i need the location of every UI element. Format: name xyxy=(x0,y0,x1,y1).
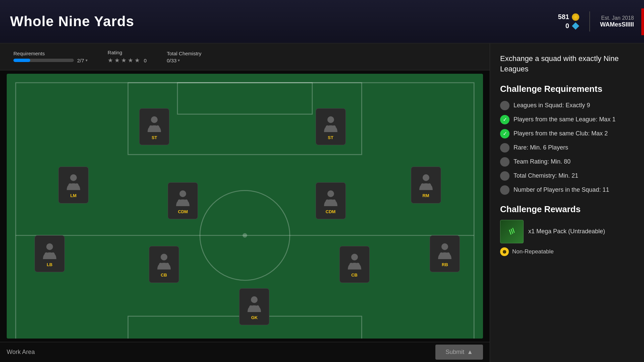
req-item-total-chemistry: Total Chemistry: Min. 21 xyxy=(500,171,634,181)
player-pos-cb1: CB xyxy=(161,273,167,278)
req-text-team-rating: Team Rating: Min. 80 xyxy=(514,158,571,165)
profile-date: Est. Jan 2018 xyxy=(601,15,634,21)
svg-point-12 xyxy=(326,125,329,129)
player-silhouette-cb1 xyxy=(154,251,174,271)
bottom-bar: Work Area Submit ▲ xyxy=(0,342,490,362)
gems-row: 0 xyxy=(566,22,579,30)
req-item-squad-count: Number of Players in the Squad: 11 xyxy=(500,185,634,195)
svg-point-13 xyxy=(332,125,336,129)
challenge-description: Exchange a squad with exactly Nine Leagu… xyxy=(500,54,634,74)
svg-point-34 xyxy=(356,263,360,266)
reward-item-megapack: x1 Mega Pack (Untradeable) xyxy=(500,220,634,243)
player-card-lb[interactable]: LB xyxy=(35,235,65,272)
req-text-same-league: Players from the same League: Max 1 xyxy=(514,116,615,123)
svg-point-9 xyxy=(149,125,153,129)
svg-point-29 xyxy=(161,254,167,260)
chemistry-value[interactable]: 0/33 ▾ xyxy=(167,58,201,63)
player-silhouette-rm xyxy=(416,172,436,192)
right-panel: Exchange a squad with exactly Nine Leagu… xyxy=(490,44,644,362)
player-silhouette-cdm1 xyxy=(173,188,193,208)
svg-point-8 xyxy=(151,116,158,123)
player-card-lm[interactable]: LM xyxy=(58,167,89,203)
player-silhouette-lm xyxy=(63,172,84,192)
req-text-rare: Rare: Min. 6 Players xyxy=(514,144,568,151)
player-card-st1[interactable]: ST xyxy=(139,108,169,145)
player-silhouette-rb xyxy=(435,241,455,261)
svg-point-37 xyxy=(446,252,450,256)
pitch-panel: Requirements 2/7 ▾ Rating ★ ★ ★ xyxy=(0,44,490,362)
player-card-cdm1[interactable]: CDM xyxy=(168,182,198,219)
svg-point-26 xyxy=(46,243,53,250)
non-repeatable-label: Non-Repeatable xyxy=(512,248,554,255)
req-dot-team-rating xyxy=(500,157,509,167)
rating-value: 0 xyxy=(144,58,147,63)
gems-value: 0 xyxy=(566,22,569,30)
svg-point-39 xyxy=(249,305,253,309)
challenge-requirements-title: Challenge Requirements xyxy=(500,84,634,94)
pitch-wrapper: ST ST xyxy=(0,70,490,342)
player-card-cb1[interactable]: CB xyxy=(149,246,179,283)
coins-value: 581 xyxy=(558,13,569,21)
req-item-team-rating: Team Rating: Min. 80 xyxy=(500,157,634,167)
non-repeatable: ⊗ Non-Repeatable xyxy=(500,247,634,256)
main-content: Requirements 2/7 ▾ Rating ★ ★ ★ xyxy=(0,44,644,362)
red-accent xyxy=(641,8,644,35)
player-pos-st1: ST xyxy=(152,135,157,140)
svg-point-20 xyxy=(327,190,334,197)
req-dropdown-arrow[interactable]: ▾ xyxy=(86,58,88,63)
stars-row: ★ ★ ★ ★ ★ 0 xyxy=(108,57,147,64)
svg-point-19 xyxy=(184,199,188,203)
player-pos-lm: LM xyxy=(70,193,76,198)
non-repeatable-icon: ⊗ xyxy=(500,247,509,256)
svg-point-14 xyxy=(70,174,77,181)
player-card-cb2[interactable]: CB xyxy=(339,246,370,283)
svg-point-30 xyxy=(159,263,162,266)
svg-point-27 xyxy=(45,252,48,256)
player-pos-lb: LB xyxy=(47,262,52,267)
pitch: ST ST xyxy=(7,74,483,339)
player-card-st2[interactable]: ST xyxy=(316,108,346,145)
progress-bar-bg xyxy=(13,59,74,62)
req-text-leagues: Leagues in Squad: Exactly 9 xyxy=(514,102,590,109)
challenge-rewards-title: Challenge Rewards xyxy=(500,204,634,215)
svg-point-16 xyxy=(75,183,78,187)
player-pos-cdm2: CDM xyxy=(326,209,336,214)
req-item-same-club: ✓ Players from the same Club: Max 2 xyxy=(500,129,634,138)
submit-button[interactable]: Submit ▲ xyxy=(435,345,483,360)
page-title: Whole Nine Yards xyxy=(10,13,134,29)
req-dot-squad-count xyxy=(500,185,509,195)
currency-block: 581 0 xyxy=(558,13,579,30)
player-silhouette-cdm2 xyxy=(321,188,341,208)
svg-point-31 xyxy=(166,263,169,266)
req-text-total-chemistry: Total Chemistry: Min. 21 xyxy=(514,172,578,179)
req-dot-rare xyxy=(500,143,509,153)
reward-pack-image xyxy=(500,220,524,243)
coin-icon xyxy=(572,13,579,21)
gem-icon xyxy=(572,22,579,30)
coins-row: 581 xyxy=(558,13,579,21)
star-5: ★ xyxy=(135,57,140,64)
player-pos-rm: RM xyxy=(422,193,429,198)
svg-point-24 xyxy=(421,183,424,187)
req-dot-leagues xyxy=(500,101,509,110)
top-bar: Whole Nine Yards 581 0 Est. Jan 2018 WAM… xyxy=(0,0,644,44)
req-item-leagues: Leagues in Squad: Exactly 9 xyxy=(500,101,634,110)
star-4: ★ xyxy=(128,57,133,64)
player-pos-gk: GK xyxy=(251,315,258,320)
reward-label-megapack: x1 Mega Pack (Untradeable) xyxy=(528,228,605,235)
star-3: ★ xyxy=(121,57,126,64)
svg-point-32 xyxy=(351,254,358,260)
chemistry-dropdown-arrow[interactable]: ▾ xyxy=(178,58,180,63)
player-silhouette-st2 xyxy=(321,114,341,134)
work-area-label: Work Area xyxy=(7,349,35,356)
player-card-gk[interactable]: GK xyxy=(239,288,269,325)
svg-point-22 xyxy=(332,199,336,203)
player-card-rb[interactable]: RB xyxy=(430,235,460,272)
player-pos-cb2: CB xyxy=(351,273,358,278)
req-progress-value[interactable]: 2/7 ▾ xyxy=(77,58,88,63)
svg-point-40 xyxy=(256,305,259,309)
req-section-rating: Rating ★ ★ ★ ★ ★ 0 xyxy=(108,50,147,64)
requirements-bar: Requirements 2/7 ▾ Rating ★ ★ ★ xyxy=(0,44,490,70)
player-card-cdm2[interactable]: CDM xyxy=(316,182,346,219)
player-card-rm[interactable]: RM xyxy=(411,167,441,203)
